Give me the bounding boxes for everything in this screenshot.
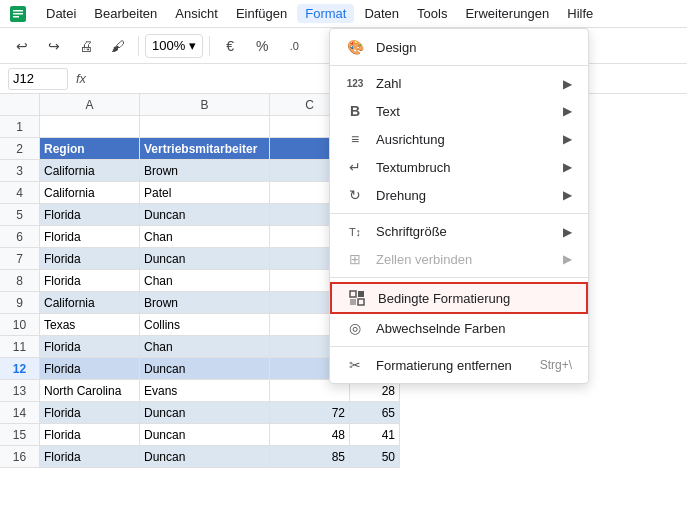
currency-button[interactable]: € (216, 32, 244, 60)
row-num: 7 (0, 248, 40, 270)
menu-item-abwechselnde-farben[interactable]: ◎ Abwechselnde Farben (330, 314, 588, 342)
cell-a11[interactable]: Florida (40, 336, 140, 358)
cell-a14[interactable]: Florida (40, 402, 140, 424)
cell-d15[interactable]: 41 (350, 424, 400, 446)
menu-item-textumbruch[interactable]: ↵ Textumbruch ▶ (330, 153, 588, 181)
cell-b15[interactable]: Duncan (140, 424, 270, 446)
cell-a16[interactable]: Florida (40, 446, 140, 468)
cell-a7[interactable]: Florida (40, 248, 140, 270)
col-header-a[interactable]: A (40, 94, 140, 116)
design-label: Design (376, 40, 416, 55)
text-arrow-icon: ▶ (563, 104, 572, 118)
print-button[interactable]: 🖨 (72, 32, 100, 60)
ausrichtung-label: Ausrichtung (376, 132, 445, 147)
cell-a8[interactable]: Florida (40, 270, 140, 292)
menu-ansicht[interactable]: Ansicht (167, 4, 226, 23)
undo-button[interactable]: ↩ (8, 32, 36, 60)
formatierung-entfernen-icon: ✂ (346, 357, 364, 373)
ausrichtung-arrow-icon: ▶ (563, 132, 572, 146)
menu-tools[interactable]: Tools (409, 4, 455, 23)
cell-c16[interactable]: 85 (270, 446, 350, 468)
menu-daten[interactable]: Daten (356, 4, 407, 23)
zoom-selector[interactable]: 100% ▾ (145, 34, 203, 58)
cell-b2[interactable]: Vertriebsmitarbeiter (140, 138, 270, 160)
svg-rect-3 (13, 16, 19, 18)
formatierung-entfernen-label: Formatierung entfernen (376, 358, 512, 373)
row-num: 1 (0, 116, 40, 138)
cell-a3[interactable]: California (40, 160, 140, 182)
row-num: 4 (0, 182, 40, 204)
menu-item-bedingte-formatierung[interactable]: Bedingte Formatierung (330, 282, 588, 314)
percent-button[interactable]: % (248, 32, 276, 60)
menu-einfuegen[interactable]: Einfügen (228, 4, 295, 23)
fx-icon: fx (76, 71, 86, 86)
cell-b10[interactable]: Collins (140, 314, 270, 336)
row-num: 9 (0, 292, 40, 314)
cell-reference[interactable]: J12 (8, 68, 68, 90)
cell-b12[interactable]: Duncan (140, 358, 270, 380)
cell-a13[interactable]: North Carolina (40, 380, 140, 402)
menu-item-design[interactable]: 🎨 Design (330, 33, 588, 61)
menu-item-schriftgroesse[interactable]: T↕ Schriftgröße ▶ (330, 218, 588, 245)
cell-b5[interactable]: Duncan (140, 204, 270, 226)
row-num: 13 (0, 380, 40, 402)
cell-b1[interactable] (140, 116, 270, 138)
cell-a2[interactable]: Region (40, 138, 140, 160)
cell-d16[interactable]: 50 (350, 446, 400, 468)
svg-rect-2 (13, 13, 23, 15)
menu-item-ausrichtung[interactable]: ≡ Ausrichtung ▶ (330, 125, 588, 153)
cell-a6[interactable]: Florida (40, 226, 140, 248)
row-num: 15 (0, 424, 40, 446)
cell-a4[interactable]: California (40, 182, 140, 204)
row-num: 16 (0, 446, 40, 468)
cell-b13[interactable]: Evans (140, 380, 270, 402)
textumbruch-label: Textumbruch (376, 160, 450, 175)
textumbruch-arrow-icon: ▶ (563, 160, 572, 174)
drehung-icon: ↻ (346, 187, 364, 203)
decimal-button[interactable]: .0 (280, 32, 308, 60)
menubar: Datei Bearbeiten Ansicht Einfügen Format… (0, 0, 687, 28)
row-num: 10 (0, 314, 40, 336)
cell-a12[interactable]: Florida (40, 358, 140, 380)
abwechselnde-farben-icon: ◎ (346, 320, 364, 336)
cell-d14[interactable]: 65 (350, 402, 400, 424)
row-num: 6 (0, 226, 40, 248)
cell-a5[interactable]: Florida (40, 204, 140, 226)
format-dropdown-menu: 🎨 Design 123 Zahl ▶ B Text ▶ ≡ Ausrichtu… (329, 28, 589, 384)
menu-hilfe[interactable]: Hilfe (559, 4, 601, 23)
toolbar-separator-1 (138, 36, 139, 56)
cell-c14[interactable]: 72 (270, 402, 350, 424)
menu-item-drehung[interactable]: ↻ Drehung ▶ (330, 181, 588, 209)
cell-b3[interactable]: Brown (140, 160, 270, 182)
menu-item-text[interactable]: B Text ▶ (330, 97, 588, 125)
menu-item-formatierung-entfernen[interactable]: ✂ Formatierung entfernen Strg+\ (330, 351, 588, 379)
design-icon: 🎨 (346, 39, 364, 55)
cell-b9[interactable]: Brown (140, 292, 270, 314)
cell-b7[interactable]: Duncan (140, 248, 270, 270)
textumbruch-icon: ↵ (346, 159, 364, 175)
menu-item-zahl[interactable]: 123 Zahl ▶ (330, 70, 588, 97)
cell-b16[interactable]: Duncan (140, 446, 270, 468)
corner-header (0, 94, 40, 116)
row-num: 3 (0, 160, 40, 182)
paint-button[interactable]: 🖌 (104, 32, 132, 60)
menu-erweiterungen[interactable]: Erweiterungen (457, 4, 557, 23)
menu-bearbeiten[interactable]: Bearbeiten (86, 4, 165, 23)
col-header-b[interactable]: B (140, 94, 270, 116)
bedingte-formatierung-label: Bedingte Formatierung (378, 291, 510, 306)
cell-b8[interactable]: Chan (140, 270, 270, 292)
cell-a10[interactable]: Texas (40, 314, 140, 336)
cell-a9[interactable]: California (40, 292, 140, 314)
row-num: 5 (0, 204, 40, 226)
cell-b11[interactable]: Chan (140, 336, 270, 358)
menu-format[interactable]: Format (297, 4, 354, 23)
cell-c15[interactable]: 48 (270, 424, 350, 446)
cell-b4[interactable]: Patel (140, 182, 270, 204)
menu-datei[interactable]: Datei (38, 4, 84, 23)
cell-a1[interactable] (40, 116, 140, 138)
cell-b14[interactable]: Duncan (140, 402, 270, 424)
redo-button[interactable]: ↪ (40, 32, 68, 60)
cell-a15[interactable]: Florida (40, 424, 140, 446)
cell-b6[interactable]: Chan (140, 226, 270, 248)
zahl-arrow-icon: ▶ (563, 77, 572, 91)
